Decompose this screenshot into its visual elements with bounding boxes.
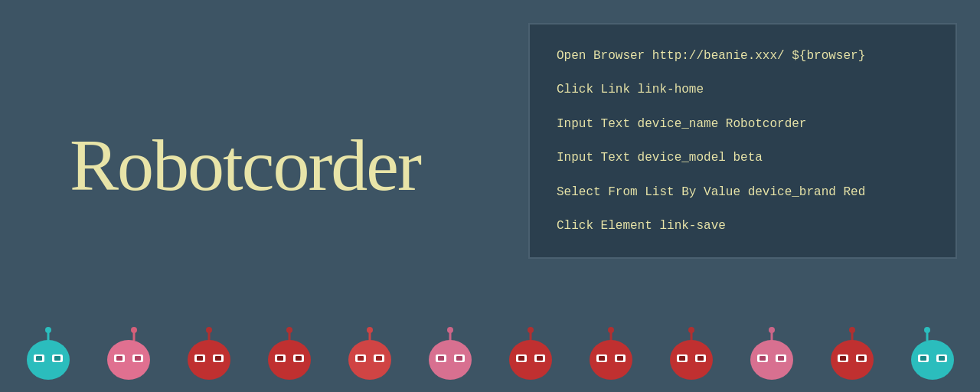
svg-point-15: [206, 327, 212, 333]
svg-point-78: [924, 327, 930, 333]
svg-rect-6: [54, 356, 60, 361]
svg-point-51: [590, 340, 632, 380]
svg-point-36: [447, 327, 453, 333]
code-line-1: Open Browser http://beanie.xxx/ ${browse…: [557, 47, 929, 64]
code-line-6: Click Element link-save: [557, 217, 929, 234]
svg-rect-26: [277, 356, 283, 361]
svg-rect-82: [920, 356, 926, 361]
code-line-5: Select From List By Value device_brand R…: [557, 184, 929, 201]
robot-8: [584, 325, 638, 383]
svg-point-50: [608, 327, 614, 333]
robot-2: [102, 325, 155, 383]
svg-rect-40: [438, 356, 444, 361]
svg-point-72: [831, 340, 874, 380]
svg-rect-5: [36, 356, 42, 361]
svg-rect-54: [599, 356, 605, 361]
code-panel: Open Browser http://beanie.xxx/ ${browse…: [528, 23, 957, 259]
robot-9: [665, 325, 718, 383]
svg-point-65: [750, 340, 793, 380]
robot-1: [21, 325, 75, 383]
robot-row: [0, 315, 980, 392]
svg-point-1: [45, 327, 51, 333]
svg-rect-27: [296, 356, 302, 361]
svg-rect-33: [358, 356, 364, 361]
svg-point-58: [670, 340, 713, 380]
svg-point-30: [348, 340, 391, 380]
svg-rect-48: [537, 356, 543, 361]
code-line-3: Input Text device_name Robotcorder: [557, 116, 929, 132]
svg-point-9: [107, 340, 150, 380]
svg-rect-69: [778, 356, 784, 361]
svg-rect-34: [376, 356, 382, 361]
svg-point-16: [188, 340, 230, 380]
svg-rect-41: [456, 356, 462, 361]
left-section: Robotcorder: [0, 0, 490, 329]
robot-3: [182, 325, 236, 383]
svg-rect-47: [518, 356, 524, 361]
svg-rect-12: [116, 356, 122, 361]
svg-rect-13: [135, 356, 141, 361]
svg-point-43: [528, 327, 534, 333]
code-line-2: Click Link link-home: [557, 81, 929, 98]
svg-rect-76: [858, 356, 864, 361]
svg-point-64: [769, 327, 775, 333]
robot-6: [423, 325, 477, 383]
svg-point-23: [268, 340, 311, 380]
svg-rect-61: [679, 356, 685, 361]
code-line-4: Input Text device_model beta: [557, 149, 929, 166]
svg-point-79: [911, 340, 954, 380]
svg-point-57: [688, 327, 694, 333]
svg-rect-68: [760, 356, 766, 361]
robot-12: [906, 325, 959, 383]
svg-rect-83: [939, 356, 945, 361]
svg-point-2: [27, 340, 70, 380]
svg-rect-20: [215, 356, 221, 361]
robot-4: [263, 325, 316, 383]
svg-rect-19: [197, 356, 203, 361]
app-title: Robotcorder: [70, 122, 420, 207]
svg-rect-55: [617, 356, 623, 361]
svg-rect-75: [840, 356, 846, 361]
svg-point-22: [286, 327, 292, 333]
svg-point-71: [849, 327, 855, 333]
svg-point-37: [429, 340, 472, 380]
svg-rect-62: [697, 356, 704, 361]
robot-10: [745, 325, 799, 383]
robot-7: [504, 325, 557, 383]
robot-5: [343, 325, 397, 383]
robot-11: [825, 325, 879, 383]
svg-point-29: [367, 327, 373, 333]
svg-point-44: [509, 340, 552, 380]
svg-point-8: [131, 327, 137, 333]
